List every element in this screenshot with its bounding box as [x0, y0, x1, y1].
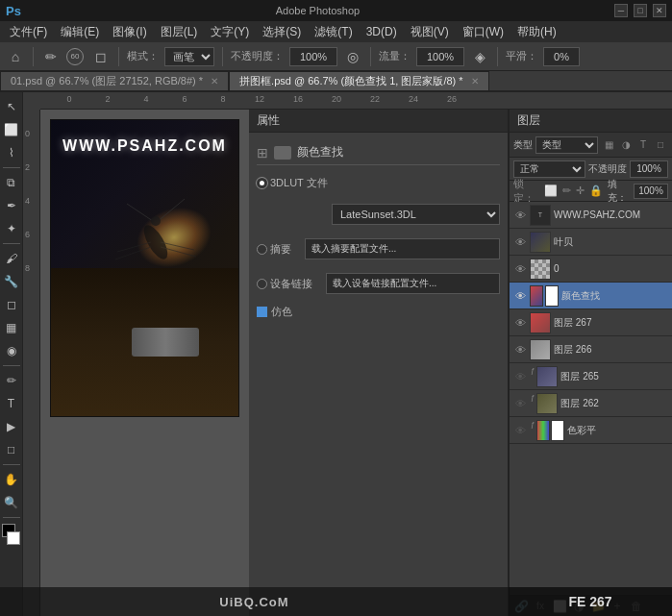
home-icon[interactable]: ⌂: [6, 47, 25, 66]
layer-eye-0[interactable]: 👁: [513, 262, 527, 276]
layer-new-icon[interactable]: +: [610, 599, 625, 614]
tool-blur[interactable]: ◉: [1, 340, 22, 361]
blend-mode-select[interactable]: 正常: [513, 160, 585, 178]
layer-delete-icon[interactable]: 🗑: [629, 599, 644, 614]
fill-value-input[interactable]: [634, 184, 668, 199]
radio-abstract[interactable]: 摘要: [257, 242, 297, 257]
lut-select[interactable]: LateSunset.3DL: [332, 204, 500, 225]
dither-row[interactable]: 仿色: [257, 305, 500, 319]
mode-select[interactable]: 画笔: [164, 47, 214, 66]
app-title: Adobe Photoshop: [276, 5, 360, 16]
tab-01psd-close[interactable]: ✕: [211, 76, 218, 86]
layer-item-yebei[interactable]: 👁 叶贝: [510, 229, 672, 256]
layer-eye-267[interactable]: 👁: [513, 316, 527, 330]
tool-healing[interactable]: ✦: [1, 218, 22, 239]
layer-link-icon[interactable]: 🔗: [513, 599, 529, 614]
separator-1: [33, 47, 34, 66]
section-label: 颜色查找: [297, 144, 343, 160]
tool-shape[interactable]: □: [1, 439, 22, 460]
layer-item-266[interactable]: 👁 图层 266: [510, 336, 672, 363]
tool-stamp[interactable]: 🔧: [1, 271, 22, 292]
menu-window[interactable]: 窗口(W): [457, 22, 510, 42]
layer-item-262[interactable]: 👁 ƒ 图层 262: [510, 390, 672, 417]
maximize-button[interactable]: □: [634, 4, 647, 17]
tool-path-select[interactable]: ▶: [1, 416, 22, 437]
layer-eye-yebei[interactable]: 👁: [513, 235, 527, 249]
lock-all-icon[interactable]: 🔒: [589, 185, 603, 197]
tool-crop[interactable]: ⧉: [1, 172, 22, 193]
tool-pen[interactable]: ✏: [1, 370, 22, 391]
layer-item-265[interactable]: 👁 ƒ 图层 265: [510, 363, 672, 390]
menu-image[interactable]: 图像(I): [107, 22, 152, 42]
layer-item-color-balance[interactable]: 👁 ƒ 色彩平: [510, 417, 672, 444]
menu-3d[interactable]: 3D(D): [361, 23, 403, 40]
filter-shape-icon[interactable]: □: [653, 137, 668, 153]
layer-item-0[interactable]: 👁 0: [510, 256, 672, 283]
dither-checkbox[interactable]: [257, 307, 267, 317]
radio-3dlut[interactable]: 3DLUT 文件: [257, 176, 328, 190]
layer-eye-color-balance[interactable]: 👁: [513, 424, 527, 437]
tool-zoom[interactable]: 🔍: [1, 492, 22, 513]
tab-pinjitu[interactable]: 拼图框.psd @ 66.7% (颜色查找 1, 图层家版/8) * ✕: [229, 71, 488, 90]
canvas-container[interactable]: WWW.PSAHZ.COM « ≡: [40, 110, 249, 616]
flow-icon[interactable]: ◈: [470, 47, 489, 66]
opacity-input[interactable]: [289, 47, 337, 66]
ruler-tick-label: 16: [293, 94, 303, 104]
brush-tool-icon[interactable]: ✏: [41, 47, 61, 66]
layer-eye-262[interactable]: 👁: [513, 397, 527, 410]
tab-01psd[interactable]: 01.psd @ 66.7% (图层 27152, RGB/8#) * ✕: [0, 71, 229, 90]
filter-pixel-icon[interactable]: ▦: [601, 137, 616, 153]
menu-help[interactable]: 帮助(H): [511, 22, 562, 42]
device-link-btn[interactable]: 载入设备链接配置文件...: [326, 273, 500, 294]
tool-type[interactable]: T: [1, 393, 22, 414]
opacity-value-input[interactable]: [630, 160, 668, 178]
layer-item-color-lookup[interactable]: 👁 颜色查找: [510, 283, 672, 309]
opacity-icon[interactable]: ◎: [343, 47, 362, 66]
tool-hand[interactable]: ✋: [1, 469, 22, 490]
smoothing-input[interactable]: [543, 47, 580, 66]
layer-item-watermark[interactable]: 👁 T WWW.PSAHZ.COM: [510, 202, 672, 229]
radio-device-link[interactable]: 设备链接: [257, 277, 318, 291]
filter-adjust-icon[interactable]: ◑: [618, 137, 634, 153]
tool-eyedropper[interactable]: ✒: [1, 195, 22, 216]
tab-pinjitu-close[interactable]: ✕: [471, 76, 479, 86]
menu-file[interactable]: 文件(F): [4, 22, 53, 42]
lock-pixels-icon[interactable]: ✏: [562, 185, 571, 197]
menu-select[interactable]: 选择(S): [257, 22, 307, 42]
background-color[interactable]: [7, 531, 20, 545]
layer-fx-icon[interactable]: fx: [533, 599, 548, 614]
filter-type-icon[interactable]: T: [635, 137, 651, 153]
layer-eye-266[interactable]: 👁: [513, 343, 527, 357]
abstract-btn[interactable]: 载入摘要配置文件...: [305, 238, 500, 259]
lock-transparent-icon[interactable]: ⬜: [544, 185, 558, 197]
layer-item-267[interactable]: 👁 图层 267: [510, 309, 672, 336]
tool-move[interactable]: ↖: [1, 96, 22, 117]
tool-marquee[interactable]: ⬜: [1, 119, 22, 140]
tool-sep-2: [3, 243, 20, 244]
tool-eraser[interactable]: ◻: [1, 294, 22, 315]
tool-brush[interactable]: 🖌: [1, 248, 22, 269]
menu-type[interactable]: 文字(Y): [205, 22, 255, 42]
layer-eye-watermark[interactable]: 👁: [513, 209, 527, 222]
minimize-button[interactable]: ─: [614, 4, 628, 17]
layer-adjustment-icon[interactable]: ◑: [571, 599, 586, 614]
separator-2: [118, 47, 119, 66]
flow-input[interactable]: [416, 47, 464, 66]
brush-size-indicator[interactable]: 60: [66, 48, 84, 65]
layer-mask-icon[interactable]: ⬜: [552, 599, 567, 614]
tool-gradient[interactable]: ▦: [1, 317, 22, 338]
menu-edit[interactable]: 编辑(E): [55, 22, 105, 42]
layer-eye-color-lookup[interactable]: 👁: [513, 289, 527, 303]
layer-eye-265[interactable]: 👁: [513, 370, 527, 383]
brush-shape-icon[interactable]: ◻: [91, 47, 111, 66]
menu-layer[interactable]: 图层(L): [155, 22, 204, 42]
tool-lasso[interactable]: ⌇: [1, 142, 22, 163]
menu-view[interactable]: 视图(V): [405, 22, 455, 42]
filter-type-select[interactable]: 类型: [535, 136, 598, 154]
lock-position-icon[interactable]: ✛: [576, 185, 585, 197]
menu-filter[interactable]: 滤镜(T): [309, 22, 358, 42]
layer-folder-icon[interactable]: 📁: [590, 599, 606, 614]
close-button[interactable]: ✕: [653, 4, 666, 17]
fill-label: 填充：: [608, 178, 631, 205]
title-bar-controls[interactable]: ─ □ ✕: [614, 4, 666, 17]
